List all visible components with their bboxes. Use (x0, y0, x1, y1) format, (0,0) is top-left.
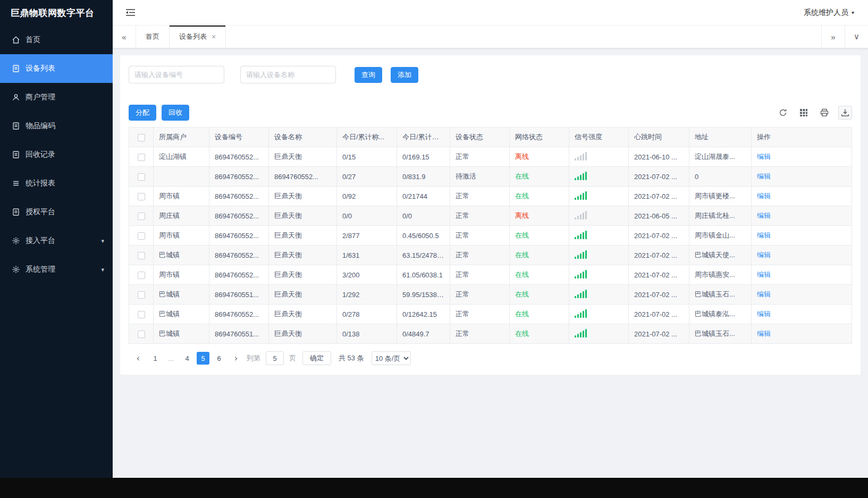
page-number[interactable]: 5 (197, 352, 209, 365)
total-count-label: 共 53 条 (339, 353, 364, 363)
tab-device-list[interactable]: 设备列表× (170, 26, 226, 48)
add-button[interactable]: 添加 (391, 67, 418, 83)
edit-link[interactable]: 编辑 (757, 251, 771, 259)
device-name-input[interactable] (240, 66, 336, 83)
page-number[interactable]: 4 (181, 352, 193, 365)
table-row: 巴城镇8694760551...巨鼎天衡1/29259.95/15382...正… (129, 285, 852, 305)
column-header: 操作 (752, 128, 852, 147)
row-checkbox[interactable] (138, 232, 145, 240)
recycle-button[interactable]: 回收 (162, 105, 189, 121)
edit-link[interactable]: 编辑 (757, 212, 771, 220)
row-checkbox[interactable] (138, 311, 145, 318)
goto-label: 到第 (247, 353, 260, 363)
assign-button[interactable]: 分配 (129, 105, 156, 121)
signal-bars-icon (575, 250, 587, 259)
cell-device-name: 巨鼎天衡 (269, 206, 337, 226)
edit-link[interactable]: 编辑 (757, 271, 771, 278)
tabs-scroll-right-button[interactable]: » (821, 26, 845, 48)
row-checkbox[interactable] (138, 173, 145, 181)
edit-link[interactable]: 编辑 (757, 153, 771, 161)
recycle-record-icon (12, 150, 20, 159)
edit-link[interactable]: 编辑 (757, 172, 771, 180)
cell-signal (569, 324, 629, 344)
row-checkbox[interactable] (138, 272, 145, 279)
sidebar-item-label: 授权平台 (26, 207, 55, 217)
row-checkbox[interactable] (138, 331, 145, 338)
prev-page-button[interactable]: ‹ (132, 352, 145, 365)
sidebar-item-authorize[interactable]: 授权平台 (0, 198, 113, 226)
cell-merchant: 巴城镇 (154, 305, 209, 324)
table-row: 淀山湖镇8694760552...巨鼎天衡0/150/169.15正常离线202… (129, 147, 852, 167)
cell-device-status: 正常 (450, 324, 510, 344)
export-button[interactable] (838, 106, 852, 120)
sidebar-item-system-manage[interactable]: 系统管理▾ (0, 255, 113, 284)
bottom-bar (0, 478, 868, 498)
column-header: 今日/累计称... (337, 128, 397, 147)
close-icon[interactable]: × (212, 33, 216, 40)
cell-heartbeat: 2021-06-05 ... (629, 206, 689, 226)
sidebar-item-item-code[interactable]: 物品编码 (0, 112, 113, 140)
cell-address: 周市镇金山... (689, 226, 752, 246)
cell-merchant: 巴城镇 (154, 324, 209, 344)
row-checkbox[interactable] (138, 193, 145, 200)
cell-address: 0 (689, 167, 752, 187)
row-checkbox[interactable] (138, 252, 145, 259)
cell-device-no: 8694760552... (209, 147, 269, 167)
page-ellipsis[interactable]: ... (165, 352, 178, 365)
edit-link[interactable]: 编辑 (757, 192, 771, 200)
goto-page-input[interactable] (266, 351, 284, 365)
download-icon (841, 108, 849, 117)
edit-link[interactable]: 编辑 (757, 310, 771, 318)
cell-today-weight: 0/12642.15 (397, 305, 450, 324)
cell-network-status: 在线 (510, 285, 569, 305)
table-row: 8694760552...8694760552...0/270/831.9待激活… (129, 167, 852, 187)
sidebar-collapse-button[interactable] (125, 9, 136, 16)
cell-network-status: 在线 (510, 226, 569, 246)
sidebar-nav: 首页设备列表商户管理物品编码回收记录统计报表授权平台接入平台▾系统管理▾ (0, 26, 113, 284)
sidebar-item-recycle-record[interactable]: 回收记录 (0, 140, 113, 169)
cell-address: 巴城镇泰泓... (689, 305, 752, 324)
tab-home[interactable]: 首页 (136, 26, 170, 48)
cell-device-no: 8694760551... (209, 324, 269, 344)
tabs-menu-button[interactable]: ∨ (845, 26, 868, 48)
authorize-icon (12, 208, 20, 216)
cell-today-weight: 0.45/6050.5 (397, 226, 450, 246)
sidebar-item-device-list[interactable]: 设备列表 (0, 54, 113, 83)
sidebar-item-home[interactable]: 首页 (0, 26, 113, 54)
next-page-button[interactable]: › (230, 352, 242, 365)
query-button[interactable]: 查询 (355, 67, 382, 83)
cell-network-status: 在线 (510, 246, 569, 265)
topbar: 系统维护人员 ▾ (113, 0, 868, 25)
row-checkbox[interactable] (138, 154, 145, 161)
cell-network-status: 在线 (510, 167, 569, 187)
print-button[interactable] (818, 106, 831, 120)
select-all-checkbox[interactable] (138, 134, 145, 141)
table-row: 周市镇8694760552...巨鼎天衡2/8770.45/6050.5正常在线… (129, 226, 852, 246)
tabs-scroll-left-button[interactable]: « (113, 26, 136, 48)
column-settings-button[interactable] (797, 106, 811, 120)
row-checkbox[interactable] (138, 291, 145, 299)
page-size-select[interactable]: 10 条/页 (372, 351, 411, 365)
gear-icon (12, 265, 20, 274)
row-checkbox[interactable] (138, 213, 145, 220)
edit-link[interactable]: 编辑 (757, 330, 771, 337)
edit-link[interactable]: 编辑 (757, 231, 771, 239)
goto-confirm-button[interactable]: 确定 (302, 351, 331, 365)
cell-heartbeat: 2021-07-02 ... (629, 305, 689, 324)
sidebar-item-merchant-manage[interactable]: 商户管理 (0, 83, 113, 112)
sidebar-item-access-platform[interactable]: 接入平台▾ (0, 226, 113, 255)
edit-link[interactable]: 编辑 (757, 290, 771, 298)
page-number[interactable]: 6 (213, 352, 225, 365)
tabbar: « 首页设备列表× » ∨ (113, 25, 868, 48)
refresh-button[interactable] (776, 106, 790, 120)
gear-icon (12, 237, 20, 245)
user-menu[interactable]: 系统维护人员 ▾ (804, 8, 854, 18)
sidebar-item-report[interactable]: 统计报表 (0, 169, 113, 198)
cell-device-name: 巨鼎天衡 (269, 147, 337, 167)
device-no-input[interactable] (129, 66, 224, 83)
sidebar-item-label: 系统管理 (26, 265, 55, 274)
cell-merchant: 周市镇 (154, 226, 209, 246)
page-number[interactable]: 1 (149, 352, 162, 365)
cell-today-count: 0/278 (337, 305, 397, 324)
cell-device-name: 巨鼎天衡 (269, 246, 337, 265)
